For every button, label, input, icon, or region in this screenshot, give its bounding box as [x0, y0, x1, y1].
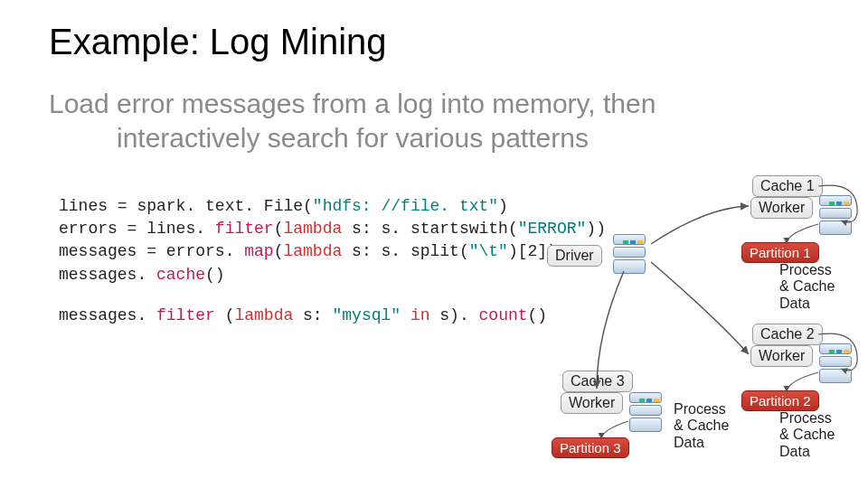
process-text-3: Process & Cache Data [674, 401, 729, 451]
subtitle-line2: interactively search for various pattern… [49, 121, 790, 155]
process-line: Process [674, 401, 726, 417]
code-text: () [205, 266, 225, 284]
worker-2-badge: Worker [750, 345, 813, 367]
code-text: messages. [59, 266, 146, 284]
code-text: s: s. startswith( [342, 220, 517, 238]
slide-title: Example: Log Mining [49, 22, 387, 62]
code-string: "\t" [469, 242, 508, 260]
process-text-2: Process & Cache Data [779, 410, 835, 460]
code-line-2: errors = lines. filter(lambda s: s. star… [59, 218, 606, 240]
code-text: errors = lines. [59, 220, 205, 238]
process-line: Data [779, 296, 810, 311]
cache-1-badge: Cache 1 [752, 175, 823, 197]
slide-subtitle: Load error messages from a log into memo… [49, 87, 790, 155]
code-string: "mysql" [332, 306, 401, 324]
process-line: Process [779, 410, 832, 426]
process-line: & Cache [779, 427, 835, 442]
code-text: messages = errors. [59, 242, 234, 260]
code-text: s). [430, 306, 469, 324]
server-icon [608, 230, 651, 281]
code-text: ) [498, 197, 508, 215]
partition-1-badge: Partition 1 [741, 242, 819, 263]
code-text: lines = spark. text. File( [59, 197, 313, 215]
code-text: () [528, 306, 548, 324]
code-text: ( [215, 306, 235, 324]
code-keyword: filter [205, 220, 274, 238]
code-text: s: s. split( [342, 242, 468, 260]
driver-group: Driver [547, 230, 651, 281]
subtitle-line1: Load error messages from a log into memo… [49, 89, 656, 118]
code-text: messages. [59, 306, 146, 324]
code-string: "hdfs: //file. txt" [313, 197, 498, 215]
code-line-3: messages = errors. map(lambda s: s. spli… [59, 240, 606, 263]
code-line-5: messages. filter (lambda s: "mysql" in s… [59, 305, 606, 327]
process-line: & Cache [779, 278, 835, 294]
code-keyword: filter [146, 306, 215, 324]
code-keyword: map [234, 242, 273, 260]
partition-2-badge: Partition 2 [741, 390, 819, 411]
partition-3-badge: Partition 3 [552, 437, 629, 458]
server-icon [814, 192, 857, 242]
process-line: Process [779, 262, 832, 277]
code-lambda: lambda [283, 220, 342, 238]
code-lambda: lambda [234, 306, 293, 324]
code-block: lines = spark. text. File("hdfs: //file.… [59, 195, 606, 327]
code-keyword: in [401, 306, 429, 324]
process-line: Data [779, 444, 810, 459]
code-line-4: messages. cache() [59, 264, 606, 286]
code-text: ( [274, 220, 284, 238]
server-icon [624, 389, 667, 439]
process-text-1: Process & Cache Data [779, 262, 835, 312]
cache-2-badge: Cache 2 [752, 324, 823, 345]
server-icon [814, 340, 857, 390]
worker-3-badge: Worker [561, 392, 623, 414]
worker-1-badge: Worker [750, 197, 813, 219]
cache-3-badge: Cache 3 [562, 371, 633, 392]
code-text: s: [293, 306, 332, 324]
process-line: Data [674, 435, 704, 450]
process-line: & Cache [674, 418, 729, 433]
code-text: ( [274, 242, 284, 260]
code-keyword: cache [146, 266, 205, 284]
driver-badge: Driver [547, 245, 602, 267]
code-lambda: lambda [283, 242, 342, 260]
code-line-1: lines = spark. text. File("hdfs: //file.… [59, 195, 606, 218]
code-keyword: count [469, 306, 528, 324]
